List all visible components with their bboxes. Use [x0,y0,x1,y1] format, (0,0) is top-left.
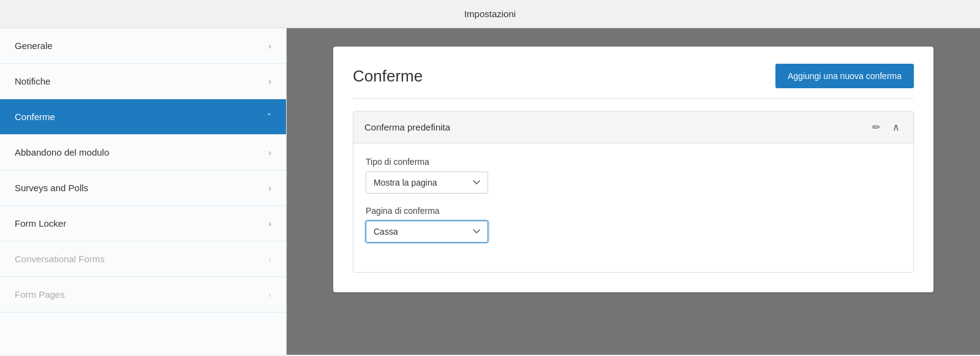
tipo-conferma-select[interactable]: Mostra la pagina Reindirizza a URL Mostr… [366,172,488,194]
pagina-conferma-label: Pagina di conferma [366,206,901,216]
sidebar-item-label: Form Locker [15,218,66,229]
tipo-conferma-group: Tipo di conferma Mostra la pagina Reindi… [366,157,901,194]
collapse-icon[interactable]: ∧ [890,120,902,134]
chevron-right-icon: › [268,183,271,193]
chevron-right-icon: › [268,148,271,157]
edit-icon[interactable]: ✏ [870,120,883,134]
sidebar-item-label: Conferme [15,112,55,122]
sidebar-item-conferme[interactable]: Conferme ˅ [0,99,286,135]
confirmation-card-header: Conferma predefinita ✏ ∧ [353,112,913,143]
sidebar-item-label: Generale [15,40,53,51]
pagina-conferma-select[interactable]: Cassa Home Contatti Chi siamo [366,221,488,243]
chevron-right-icon: › [268,77,271,86]
sidebar-item-label: Surveys and Polls [15,183,88,193]
chevron-right-icon: › [268,290,271,300]
panel-header: Conferme Aggiungi una nuova conferma [353,64,914,99]
sidebar-item-surveys[interactable]: Surveys and Polls › [0,170,286,206]
content-area: Conferme Aggiungi una nuova conferma Con… [287,28,980,355]
content-panel: Conferme Aggiungi una nuova conferma Con… [333,47,933,292]
confirmation-card-body: Tipo di conferma Mostra la pagina Reindi… [353,143,913,272]
add-confirmation-button[interactable]: Aggiungi una nuova conferma [775,64,914,88]
chevron-right-icon: › [268,41,271,51]
tipo-conferma-label: Tipo di conferma [366,157,901,167]
confirmation-card-title: Conferma predefinita [364,122,450,132]
sidebar-item-abbandono[interactable]: Abbandono del modulo › [0,135,286,170]
pagina-conferma-group: Pagina di conferma Cassa Home Contatti C… [366,206,901,243]
sidebar-item-conv-forms[interactable]: Conversational Forms › [0,241,286,277]
sidebar-item-label: Notifiche [15,76,50,86]
panel-title: Conferme [353,67,423,86]
sidebar-item-generale[interactable]: Generale › [0,28,286,64]
card-header-actions: ✏ ∧ [870,120,902,134]
sidebar-item-notifiche[interactable]: Notifiche › [0,64,286,99]
main-layout: Generale › Notifiche › Conferme ˅ Abband… [0,28,980,355]
sidebar-item-label: Abbandono del modulo [15,147,109,157]
sidebar-item-label: Conversational Forms [15,254,105,264]
chevron-right-icon: › [268,219,271,229]
page-title: Impostazioni [464,9,516,19]
chevron-down-icon: ˅ [267,112,271,122]
sidebar: Generale › Notifiche › Conferme ˅ Abband… [0,28,287,355]
sidebar-item-label: Form Pages [15,289,65,300]
page-header: Impostazioni [0,0,980,28]
sidebar-item-form-pages[interactable]: Form Pages › [0,277,286,312]
confirmation-card: Conferma predefinita ✏ ∧ Tipo di conferm… [353,111,914,273]
chevron-right-icon: › [268,254,271,264]
sidebar-item-form-locker[interactable]: Form Locker › [0,206,286,241]
